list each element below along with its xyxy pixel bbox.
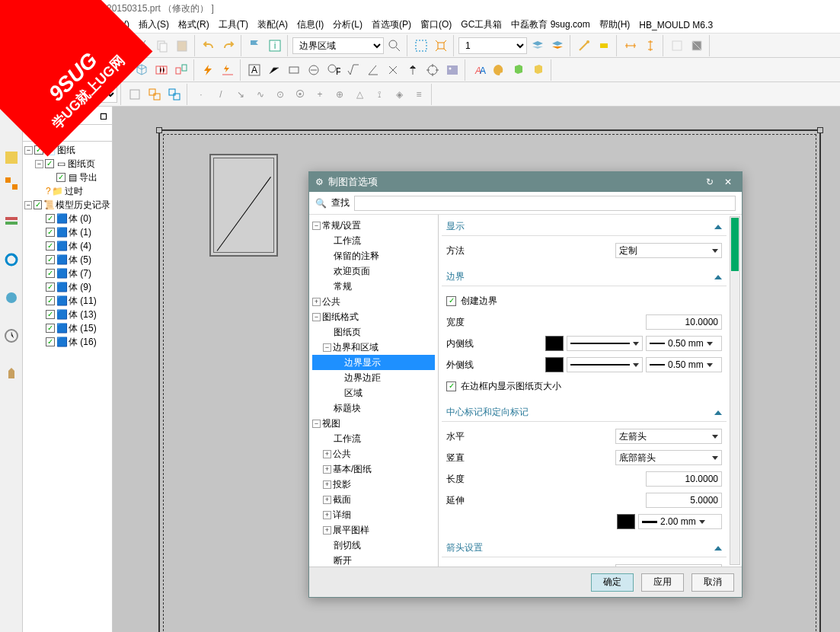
tree-check-icon[interactable] [46,337,55,346]
length-input[interactable] [646,471,722,487]
section-header[interactable]: 显示 [442,218,727,236]
box-yellow-icon[interactable] [529,61,548,79]
dtree-view-break[interactable]: 断开 [312,553,435,567]
dtree-view-base[interactable]: +基本/图纸 [312,461,435,477]
tool-fitview-icon[interactable] [412,37,430,55]
tree-node-body[interactable]: 🟦体 (0) [24,212,110,225]
dim-width-icon[interactable] [621,37,640,55]
menu-window[interactable]: 窗口(O) [417,18,455,31]
ok-button[interactable]: 确定 [591,573,634,592]
dim-height-icon[interactable] [641,37,660,55]
menu-gc-toolbox[interactable]: GC工具箱 [458,18,505,31]
tree-check-icon[interactable] [46,324,55,333]
cancel-button[interactable]: 取消 [691,573,734,592]
tree-node-body[interactable]: 🟦体 (16) [24,335,110,349]
dtree-general[interactable]: −常规/设置 [312,218,435,233]
tool-info-icon[interactable]: i [266,37,284,55]
tree-node-body[interactable]: 🟦体 (4) [24,239,110,253]
tab-reuse[interactable] [2,250,21,270]
tree-node-body[interactable]: 🟦体 (11) [24,294,110,308]
expand-icon[interactable]: + [312,298,321,306]
dtree-view-detail[interactable]: +详细 [312,507,435,522]
expand-icon[interactable]: + [323,496,331,504]
filter-2-icon[interactable] [145,85,164,104]
checkbox-icon[interactable] [446,296,456,306]
search-icon[interactable] [385,37,404,55]
dtree-zone[interactable]: 区域 [312,385,435,401]
tool-extents-icon[interactable] [432,37,450,55]
tree-expand-icon[interactable]: − [35,160,43,168]
menu-hb-mould[interactable]: HB_MOULD M6.3 [636,20,716,30]
filter-3-icon[interactable] [165,85,184,104]
bolt-icon[interactable] [199,61,217,79]
extend-input[interactable] [646,493,722,508]
tree-node-body[interactable]: 🟦体 (9) [24,280,110,294]
width-input[interactable] [646,314,722,330]
dtree-view-section[interactable]: +截面 [312,492,435,507]
dtree-sheet[interactable]: 图纸页 [312,324,435,340]
dtree-retained[interactable]: 保留的注释 [312,248,435,263]
copy-icon[interactable] [153,37,171,55]
dtree-view[interactable]: −视图 [312,416,435,431]
dtree-view-workflow[interactable]: 工作流 [312,431,435,446]
horiz-select[interactable]: 左箭头 [615,429,722,444]
palette-icon[interactable] [490,61,508,79]
tree-check-icon[interactable] [34,200,42,209]
collapse-icon[interactable]: − [312,313,321,321]
scrollbar[interactable] [730,216,740,565]
tree-node-sheet[interactable]: −▭图纸页 [24,157,110,171]
section-header[interactable]: 箭头设置 [442,539,727,557]
tool-leader-icon[interactable] [265,61,283,79]
collapse-icon[interactable]: − [312,420,321,428]
menu-format[interactable]: 格式(R) [175,18,212,31]
text-style-icon[interactable]: AA [470,61,488,79]
image-icon[interactable] [443,61,462,79]
dim-p-icon[interactable]: P [324,61,343,79]
rect-icon[interactable] [285,61,303,79]
search-input[interactable] [354,196,736,211]
tree-node-body[interactable]: 🟦体 (5) [24,253,110,267]
tree-expand-icon[interactable]: − [24,201,32,209]
color-swatch[interactable] [545,336,564,351]
menu-insert[interactable]: 插入(S) [136,18,172,31]
sqrt-icon[interactable] [344,61,363,79]
menu-tools[interactable]: 工具(T) [216,18,251,31]
layer-2-icon[interactable] [548,37,567,55]
reset-icon[interactable]: ↻ [702,174,717,190]
dtree-border-zone[interactable]: −边界和区域 [312,340,435,355]
collapse-icon[interactable]: − [312,222,321,230]
expand-icon[interactable]: + [323,450,331,458]
angle-icon[interactable] [364,61,382,79]
undo-icon[interactable] [200,37,218,55]
color-swatch[interactable] [545,357,564,372]
bolt-dim-icon[interactable] [219,61,237,79]
tab-constraint-nav[interactable] [2,212,21,231]
line-width-select[interactable]: 2.00 mm [638,514,722,529]
layer-1-icon[interactable] [529,37,547,55]
tool-flag-icon[interactable] [246,37,264,55]
selection-mode-select[interactable]: 边界区域 [292,37,384,54]
tree-check-icon[interactable] [46,296,55,305]
dtree-drawing-format[interactable]: −图纸格式 [312,309,435,324]
line-width-select[interactable]: 0.50 mm [646,357,722,372]
tree-check-icon[interactable] [46,228,55,237]
checkbox-icon[interactable] [446,381,456,391]
tab-history[interactable] [2,326,21,346]
arrow-up-icon[interactable] [404,61,422,79]
sheet-preview[interactable] [209,154,278,257]
resize-handle[interactable] [156,127,162,133]
tool-plug-icon[interactable] [595,37,613,55]
close-icon[interactable]: ✕ [720,174,736,190]
tab-part-nav[interactable] [2,148,21,168]
tab-roles[interactable] [2,364,21,384]
create-border-checkbox[interactable]: 创建边界 [446,295,497,308]
vert-select[interactable]: 底部箭头 [615,450,722,465]
tree-check-icon[interactable] [46,310,55,319]
tree-check-icon[interactable] [46,214,55,223]
dtree-view-cutline[interactable]: 剖切线 [312,538,435,553]
tree-check-icon[interactable] [45,159,54,168]
apply-button[interactable]: 应用 [641,573,684,592]
x-icon[interactable] [384,61,402,79]
tree-expand-icon[interactable]: − [24,146,33,155]
box-green-icon[interactable] [509,61,528,79]
